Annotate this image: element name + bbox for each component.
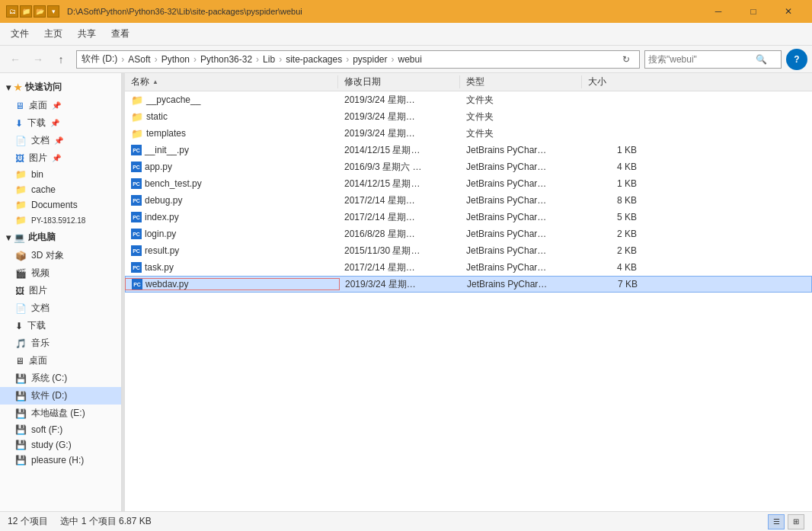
cell-date-0: 2019/3/24 星期… [338, 94, 460, 107]
table-row[interactable]: PC debug.py 2017/2/14 星期… JetBrains PyCh… [125, 192, 812, 209]
pc-file-icon-6: PC [131, 195, 142, 206]
sidebar-item-video[interactable]: 🎬 视频 [0, 264, 121, 282]
crumb-software-d[interactable]: 软件 (D:) [82, 53, 117, 66]
sidebar-item-c-drive[interactable]: 💾 系统 (C:) [0, 369, 121, 387]
pin-icon-4: 📌 [52, 154, 61, 162]
sidebar-item-h-drive[interactable]: 💾 pleasure (H:) [0, 453, 121, 468]
search-icon[interactable]: 🔍 [752, 51, 770, 68]
sidebar-item-docs-quick[interactable]: 📄 文档 📌 [0, 132, 121, 149]
file-name-6: debug.py [145, 195, 182, 206]
file-name-1: static [146, 111, 168, 122]
menu-share[interactable]: 共享 [70, 24, 104, 43]
table-row[interactable]: PC __init__.py 2014/12/15 星期… JetBrains … [125, 142, 812, 158]
view-details-button[interactable]: ☰ [768, 514, 785, 529]
this-pc-header[interactable]: ▾ 💻 此电脑 [0, 228, 121, 247]
cell-type-0: 文件夹 [460, 94, 582, 107]
title-bar: 🗂 📁 📂 ▾ D:\ASoft\Python\Python36-32\Lib\… [0, 0, 812, 23]
sidebar-item-desktop-quick[interactable]: 🖥 桌面 📌 [0, 97, 121, 114]
view-large-icons-button[interactable]: ⊞ [788, 514, 804, 529]
status-item-count: 12 个项目 选中 1 个项目 6.87 KB [8, 515, 152, 528]
sidebar-item-pictures[interactable]: 🖼 图片 [0, 282, 121, 299]
sidebar-item-documents[interactable]: 📁 Documents [0, 197, 121, 213]
back-button[interactable]: ← [5, 49, 26, 70]
sidebar-item-3d[interactable]: 📦 3D 对象 [0, 247, 121, 264]
sidebar-item-downloads[interactable]: ⬇ 下载 [0, 317, 121, 334]
table-row[interactable]: PC webdav.py 2019/3/24 星期… JetBrains PyC… [125, 276, 812, 293]
menu-view[interactable]: 查看 [104, 24, 137, 43]
table-row[interactable]: PC task.py 2017/2/14 星期… JetBrains PyCha… [125, 259, 812, 276]
menu-home[interactable]: 主页 [37, 24, 70, 43]
crumb-site-packages[interactable]: site-packages [286, 54, 342, 65]
cell-type-8: JetBrains PyChar… [460, 229, 582, 239]
sidebar-item-music[interactable]: 🎵 音乐 [0, 334, 121, 352]
help-button[interactable]: ? [786, 49, 807, 70]
cell-date-4: 2016/9/3 星期六 … [338, 161, 460, 174]
crumb-python[interactable]: Python [161, 54, 190, 65]
table-row[interactable]: PC index.py 2017/2/14 星期… JetBrains PyCh… [125, 209, 812, 226]
sidebar-item-py183[interactable]: 📁 PY-183.5912.18 [0, 213, 121, 228]
col-header-name[interactable]: 名称 ▲ [125, 75, 338, 88]
search-box[interactable]: 🔍 [644, 50, 782, 69]
cell-type-1: 文件夹 [460, 110, 582, 123]
file-name-3: __init__.py [145, 145, 189, 155]
cell-type-11: JetBrains PyChar… [461, 279, 583, 289]
cell-size-8: 2 KB [582, 229, 643, 239]
sidebar-item-f-drive[interactable]: 💾 soft (F:) [0, 422, 121, 437]
arrow-icon: ▾ [47, 5, 59, 18]
col-header-date[interactable]: 修改日期 [338, 75, 460, 88]
table-row[interactable]: PC app.py 2016/9/3 星期六 … JetBrains PyCha… [125, 158, 812, 175]
sidebar-item-downloads-quick[interactable]: ⬇ 下载 📌 [0, 114, 121, 132]
table-row[interactable]: 📁 templates 2019/3/24 星期… 文件夹 [125, 125, 812, 142]
pc-file-icon-5: PC [131, 178, 142, 189]
cell-date-9: 2015/11/30 星期… [338, 245, 460, 258]
documents2-icon: 📄 [15, 303, 27, 314]
col-header-size[interactable]: 大小 [582, 75, 643, 88]
title-bar-controls[interactable]: ─ □ ✕ [701, 0, 806, 23]
sidebar-item-e-drive[interactable]: 💾 本地磁盘 (E:) [0, 405, 121, 422]
crumb-webui[interactable]: webui [398, 54, 422, 65]
table-row[interactable]: PC result.py 2015/11/30 星期… JetBrains Py… [125, 242, 812, 259]
desktop-folder-icon: 🖥 [15, 101, 24, 111]
sidebar-item-cache[interactable]: 📁 cache [0, 182, 121, 197]
refresh-button[interactable]: ↻ [618, 51, 635, 68]
cell-date-7: 2017/2/14 星期… [338, 211, 460, 224]
file-name-9: result.py [145, 245, 179, 256]
sidebar-item-bin[interactable]: 📁 bin [0, 167, 121, 182]
col-header-type[interactable]: 类型 [460, 75, 582, 88]
cell-type-10: JetBrains PyChar… [460, 262, 582, 273]
address-bar[interactable]: 软件 (D:) › ASoft › Python › Python36-32 ›… [76, 50, 640, 69]
file-name-2: templates [146, 128, 186, 139]
maximize-button[interactable]: □ [736, 0, 771, 23]
cell-name-7: PC index.py [125, 212, 338, 222]
close-button[interactable]: ✕ [771, 0, 806, 23]
sidebar-item-d-drive[interactable]: 💾 软件 (D:) [0, 387, 121, 405]
crumb-asoft[interactable]: ASoft [128, 54, 150, 65]
table-row[interactable]: PC bench_test.py 2014/12/15 星期… JetBrain… [125, 175, 812, 192]
table-row[interactable]: PC login.py 2016/8/28 星期… JetBrains PyCh… [125, 226, 812, 242]
pc-file-icon-8: PC [131, 229, 142, 239]
menu-file[interactable]: 文件 [3, 24, 37, 43]
table-row[interactable]: 📁 __pycache__ 2019/3/24 星期… 文件夹 [125, 91, 812, 108]
folder-icon-1: 📁 [131, 111, 143, 123]
minimize-button[interactable]: ─ [701, 0, 736, 23]
e-drive-icon: 💾 [15, 408, 27, 419]
downloads-icon: ⬇ [15, 118, 23, 129]
forward-button[interactable]: → [27, 49, 49, 70]
pictures2-icon: 🖼 [15, 286, 24, 296]
cell-name-5: PC bench_test.py [125, 178, 338, 189]
pc-file-icon-4: PC [131, 162, 142, 172]
crumb-lib[interactable]: Lib [263, 54, 275, 65]
table-row[interactable]: 📁 static 2019/3/24 星期… 文件夹 [125, 108, 812, 125]
pin-icon-2: 📌 [50, 119, 59, 127]
sidebar-item-documents2[interactable]: 📄 文档 [0, 299, 121, 317]
sidebar-item-g-drive[interactable]: 💾 study (G:) [0, 437, 121, 453]
search-input[interactable] [645, 54, 752, 65]
sidebar-item-pictures-quick[interactable]: 🖼 图片 📌 [0, 149, 121, 167]
pc-file-icon-11: PC [132, 279, 142, 289]
quick-access-header[interactable]: ▾ ★ 快速访问 [0, 78, 121, 97]
crumb-python36[interactable]: Python36-32 [200, 54, 252, 65]
up-button[interactable]: ↑ [50, 49, 72, 70]
file-name-11: webdav.py [145, 279, 188, 289]
sidebar-item-desktop[interactable]: 🖥 桌面 [0, 352, 121, 369]
crumb-pyspider[interactable]: pyspider [353, 54, 387, 65]
